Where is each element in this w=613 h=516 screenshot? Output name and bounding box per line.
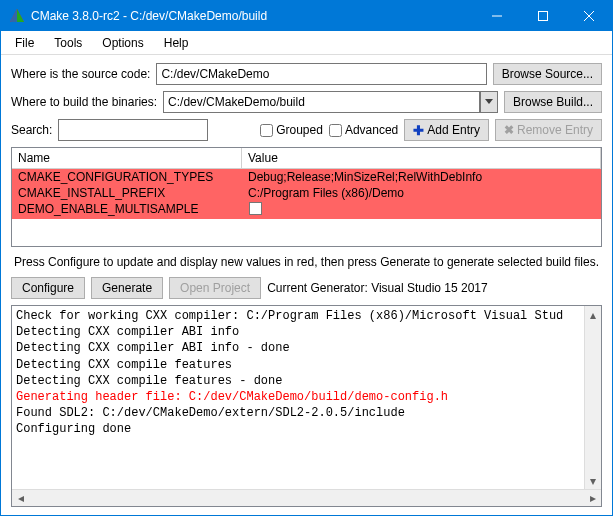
cache-table: Name Value CMAKE_CONFIGURATION_TYPESDebu… [11, 147, 602, 247]
svg-marker-2 [17, 9, 24, 22]
table-header: Name Value [12, 148, 601, 169]
menu-options[interactable]: Options [92, 33, 153, 53]
cell-name: DEMO_ENABLE_MULTISAMPLE [12, 201, 242, 219]
remove-entry-button[interactable]: ✖Remove Entry [495, 119, 602, 141]
scroll-down-icon[interactable]: ▾ [585, 472, 602, 489]
configure-button[interactable]: Configure [11, 277, 85, 299]
grouped-checkbox[interactable]: Grouped [260, 123, 323, 137]
scroll-right-icon[interactable]: ▸ [584, 490, 601, 507]
generate-button[interactable]: Generate [91, 277, 163, 299]
app-window: CMake 3.8.0-rc2 - C:/dev/CMakeDemo/build… [0, 0, 613, 516]
titlebar: CMake 3.8.0-rc2 - C:/dev/CMakeDemo/build [1, 1, 612, 31]
col-name[interactable]: Name [12, 148, 242, 168]
menu-help[interactable]: Help [154, 33, 199, 53]
cell-name: CMAKE_CONFIGURATION_TYPES [12, 169, 242, 185]
source-label: Where is the source code: [11, 67, 150, 81]
menu-file[interactable]: File [5, 33, 44, 53]
browse-source-button[interactable]: Browse Source... [493, 63, 602, 85]
checkbox-icon[interactable] [249, 202, 262, 215]
build-label: Where to build the binaries: [11, 95, 157, 109]
build-row: Where to build the binaries: Browse Buil… [11, 91, 602, 113]
maximize-button[interactable] [520, 1, 566, 31]
scrollbar-horizontal[interactable]: ◂ ▸ [12, 489, 601, 506]
window-title: CMake 3.8.0-rc2 - C:/dev/CMakeDemo/build [31, 9, 474, 23]
menubar: File Tools Options Help [1, 31, 612, 55]
scrollbar-vertical[interactable]: ▴ ▾ [584, 306, 601, 489]
menu-tools[interactable]: Tools [44, 33, 92, 53]
scroll-up-icon[interactable]: ▴ [585, 306, 602, 323]
advanced-checkbox[interactable]: Advanced [329, 123, 398, 137]
app-icon [9, 8, 25, 24]
generate-row: Configure Generate Open Project Current … [11, 277, 602, 299]
svg-rect-4 [539, 12, 548, 21]
build-combo[interactable] [163, 91, 498, 113]
search-row: Search: Grouped Advanced ✚Add Entry ✖Rem… [11, 119, 602, 141]
content-area: Where is the source code: Browse Source.… [1, 55, 612, 515]
close-button[interactable] [566, 1, 612, 31]
scroll-left-icon[interactable]: ◂ [12, 490, 29, 507]
table-body: CMAKE_CONFIGURATION_TYPESDebug;Release;M… [12, 169, 601, 246]
minimize-button[interactable] [474, 1, 520, 31]
table-row[interactable]: CMAKE_CONFIGURATION_TYPESDebug;Release;M… [12, 169, 601, 185]
svg-marker-1 [10, 9, 17, 22]
table-row[interactable]: DEMO_ENABLE_MULTISAMPLE [12, 201, 601, 219]
chevron-down-icon[interactable] [480, 91, 498, 113]
source-row: Where is the source code: Browse Source.… [11, 63, 602, 85]
output-text[interactable]: Check for working CXX compiler: C:/Progr… [12, 306, 584, 489]
x-icon: ✖ [504, 124, 514, 136]
cell-value[interactable] [242, 201, 601, 219]
browse-build-button[interactable]: Browse Build... [504, 91, 602, 113]
search-label: Search: [11, 123, 52, 137]
hint-text: Press Configure to update and display ne… [11, 253, 602, 271]
table-row[interactable]: CMAKE_INSTALL_PREFIXC:/Program Files (x8… [12, 185, 601, 201]
plus-icon: ✚ [413, 124, 424, 137]
build-input[interactable] [163, 91, 480, 113]
add-entry-button[interactable]: ✚Add Entry [404, 119, 489, 141]
output-panel: Check for working CXX compiler: C:/Progr… [11, 305, 602, 507]
cell-name: CMAKE_INSTALL_PREFIX [12, 185, 242, 201]
col-value[interactable]: Value [242, 148, 601, 168]
current-generator: Current Generator: Visual Studio 15 2017 [267, 281, 488, 295]
cell-value[interactable]: C:/Program Files (x86)/Demo [242, 185, 601, 201]
open-project-button[interactable]: Open Project [169, 277, 261, 299]
source-input[interactable] [156, 63, 486, 85]
svg-marker-7 [485, 99, 493, 104]
search-input[interactable] [58, 119, 208, 141]
cell-value[interactable]: Debug;Release;MinSizeRel;RelWithDebInfo [242, 169, 601, 185]
